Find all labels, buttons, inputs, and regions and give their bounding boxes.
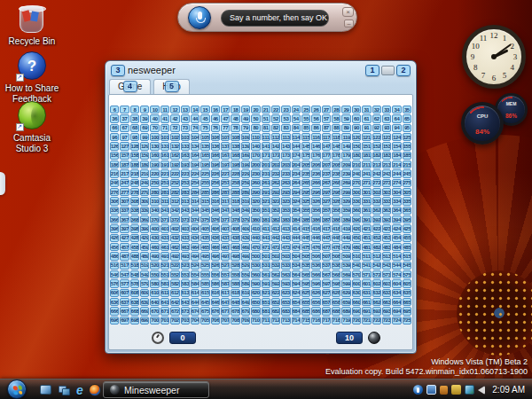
speech-number-cell[interactable]: 117 xyxy=(322,133,331,141)
speech-number-cell[interactable]: 345 xyxy=(200,207,209,215)
speech-number-cell[interactable]: 571 xyxy=(362,270,371,278)
speech-number-cell[interactable]: 19 xyxy=(241,106,250,113)
speech-number-cell[interactable]: 614 xyxy=(191,289,200,297)
speech-number-cell[interactable]: 306 xyxy=(110,197,119,205)
speech-number-cell[interactable]: 465 xyxy=(200,243,209,251)
speech-number-cell[interactable]: 161 xyxy=(160,152,169,160)
speech-number-cell[interactable]: 200 xyxy=(251,160,260,168)
speech-number-cell[interactable]: 232 xyxy=(271,169,280,177)
speech-number-cell[interactable]: 601 xyxy=(362,279,371,287)
speech-number-cell[interactable]: 291 xyxy=(262,188,270,196)
speech-number-cell[interactable]: 178 xyxy=(332,152,340,160)
speech-number-cell[interactable]: 393 xyxy=(382,215,391,223)
speech-number-cell[interactable]: 388 xyxy=(332,215,340,223)
speech-number-cell[interactable]: 440 xyxy=(251,234,260,242)
speech-number-cell[interactable]: 392 xyxy=(372,215,381,223)
speech-number-cell[interactable]: 284 xyxy=(191,188,200,196)
speech-number-cell[interactable]: 120 xyxy=(352,133,361,141)
speech-number-cell[interactable]: 264 xyxy=(292,179,301,187)
speech-number-cell[interactable]: 607 xyxy=(120,289,129,297)
speech-number-cell[interactable]: 391 xyxy=(362,215,371,223)
speech-number-cell[interactable]: 222 xyxy=(170,169,179,177)
speech-number-cell[interactable]: 73 xyxy=(181,124,190,132)
speech-number-cell[interactable]: 354 xyxy=(292,207,301,215)
speech-number-cell[interactable]: 259 xyxy=(241,179,250,187)
speech-number-cell[interactable]: 274 xyxy=(392,179,401,187)
speech-number-cell[interactable]: 133 xyxy=(181,142,190,150)
speech-number-cell[interactable]: 646 xyxy=(211,298,220,306)
speech-number-cell[interactable]: 553 xyxy=(181,270,190,278)
speech-number-cell[interactable]: 677 xyxy=(221,307,230,315)
speech-number-cell[interactable]: 405 xyxy=(200,224,209,232)
speech-number-cell[interactable]: 721 xyxy=(362,317,371,325)
speech-number-cell[interactable]: 420 xyxy=(352,224,361,232)
speech-number-cell[interactable]: 675 xyxy=(200,307,209,315)
speech-number-cell[interactable]: 71 xyxy=(160,124,169,132)
speech-number-cell[interactable]: 408 xyxy=(231,224,239,232)
speech-number-cell[interactable]: 654 xyxy=(292,298,301,306)
speech-number-cell[interactable]: 315 xyxy=(200,197,209,205)
speech-number-cell[interactable]: 496 xyxy=(211,252,220,260)
speech-number-cell[interactable]: 6 xyxy=(110,106,119,113)
speech-number-cell[interactable]: 358 xyxy=(332,207,340,215)
speech-number-cell[interactable]: 685 xyxy=(301,307,310,315)
speech-number-cell[interactable]: 375 xyxy=(200,215,209,223)
speech-number-cell[interactable]: 487 xyxy=(120,252,129,260)
speech-number-cell[interactable]: 237 xyxy=(322,169,331,177)
speech-number-cell[interactable]: 9 xyxy=(140,106,149,113)
speech-number-cell[interactable]: 725 xyxy=(403,317,411,325)
speech-number-cell[interactable]: 702 xyxy=(170,317,179,325)
speech-number-cell[interactable]: 95 xyxy=(403,124,411,132)
speech-number-cell[interactable]: 99 xyxy=(140,133,149,141)
speech-number-cell[interactable]: 532 xyxy=(271,262,280,270)
speech-number-cell[interactable]: 442 xyxy=(271,234,280,242)
speech-number-cell[interactable]: 387 xyxy=(322,215,331,223)
speech-number-cell[interactable]: 403 xyxy=(181,224,190,232)
speech-number-cell[interactable]: 143 xyxy=(281,142,290,150)
speech-number-cell[interactable]: 572 xyxy=(372,270,381,278)
speech-number-cell[interactable]: 467 xyxy=(221,243,230,251)
speech-number-cell[interactable]: 468 xyxy=(231,243,239,251)
speech-number-cell[interactable]: 131 xyxy=(160,142,169,150)
speech-number-cell[interactable]: 708 xyxy=(231,317,239,325)
speech-number-cell[interactable]: 107 xyxy=(221,133,230,141)
menu-help[interactable]: Help 5 xyxy=(153,79,190,94)
speech-number-cell[interactable]: 353 xyxy=(281,207,290,215)
speech-number-cell[interactable]: 66 xyxy=(110,124,119,132)
speech-number-cell[interactable]: 658 xyxy=(332,298,340,306)
speech-number-cell[interactable]: 430 xyxy=(150,234,159,242)
speech-number-cell[interactable]: 657 xyxy=(322,298,331,306)
speech-number-cell[interactable]: 166 xyxy=(211,152,220,160)
speech-number-cell[interactable]: 228 xyxy=(231,169,239,177)
speech-number-cell[interactable]: 539 xyxy=(341,262,350,270)
speech-number-cell[interactable]: 224 xyxy=(191,169,200,177)
speech-number-cell[interactable]: 158 xyxy=(130,152,139,160)
speech-number-cell[interactable]: 366 xyxy=(110,215,119,223)
speech-number-cell[interactable]: 700 xyxy=(150,317,159,325)
speech-number-cell[interactable]: 163 xyxy=(181,152,190,160)
speech-number-cell[interactable]: 108 xyxy=(231,133,239,141)
speech-number-cell[interactable]: 371 xyxy=(160,215,169,223)
speech-number-cell[interactable]: 261 xyxy=(262,179,270,187)
speech-number-cell[interactable]: 536 xyxy=(311,262,320,270)
speech-number-cell[interactable]: 314 xyxy=(191,197,200,205)
speech-number-cell[interactable]: 709 xyxy=(241,317,250,325)
speech-number-cell[interactable]: 425 xyxy=(403,224,411,232)
speech-number-cell[interactable]: 234 xyxy=(292,169,301,177)
speech-number-cell[interactable]: 613 xyxy=(181,289,190,297)
speech-number-cell[interactable]: 706 xyxy=(211,317,220,325)
speech-number-cell[interactable]: 48 xyxy=(231,114,239,122)
speech-number-cell[interactable]: 139 xyxy=(241,142,250,150)
speech-number-cell[interactable]: 619 xyxy=(241,289,250,297)
speech-number-cell[interactable]: 490 xyxy=(150,252,159,260)
speech-number-cell[interactable]: 68 xyxy=(130,124,139,132)
speech-number-cell[interactable]: 421 xyxy=(362,224,371,232)
speech-number-cell[interactable]: 202 xyxy=(271,160,280,168)
speech-number-cell[interactable]: 209 xyxy=(341,160,350,168)
speech-number-cell[interactable]: 239 xyxy=(341,169,350,177)
speech-number-cell[interactable]: 407 xyxy=(221,224,230,232)
speech-number-cell[interactable]: 152 xyxy=(372,142,381,150)
speech-number-cell[interactable]: 320 xyxy=(251,197,260,205)
speech-number-cell[interactable]: 336 xyxy=(110,207,119,215)
speech-number-cell[interactable]: 53 xyxy=(281,114,290,122)
